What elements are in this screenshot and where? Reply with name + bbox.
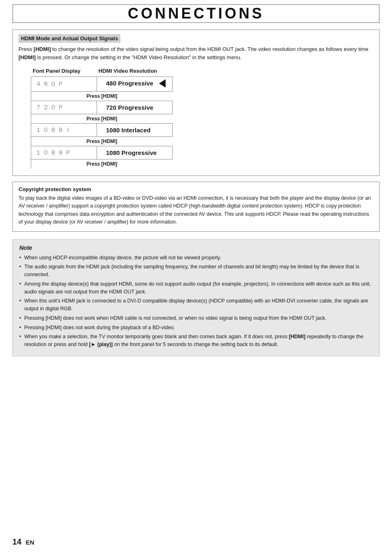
arrow-480p xyxy=(159,79,166,89)
list-item: When using HDCP-incompatible display dev… xyxy=(19,254,373,262)
display-1080p: １０８８Ｐ xyxy=(31,146,97,159)
list-item: Pressing [HDMI] does not work during the… xyxy=(19,324,373,332)
press-row-720p: Press [HDMI] xyxy=(31,114,194,124)
language-label: EN xyxy=(25,539,34,546)
resolution-table: Font Panel Display HDMI Video Resolution… xyxy=(31,67,194,169)
table-row: １０８８Ｐ 1080 Progressive xyxy=(31,146,194,159)
note-title: Note xyxy=(19,245,373,251)
page-title-bar: CONNECTIONS xyxy=(12,4,380,23)
col1-header: Font Panel Display xyxy=(31,67,97,77)
hdmi-description: Press [HDMI] to change the resolution of… xyxy=(18,45,374,61)
list-item: When you make a selection, the TV monito… xyxy=(19,333,373,349)
press-label-480p: Press [HDMI] xyxy=(31,92,173,101)
resolution-table-container: Font Panel Display HDMI Video Resolution… xyxy=(31,67,194,169)
list-item: Pressing [HDMI] does not work when HDMI … xyxy=(19,314,373,322)
press-label-1080p: Press [HDMI] xyxy=(31,159,173,169)
table-row: ４８０Ｐ 480 Progressive xyxy=(31,77,194,92)
press-label-720p: Press [HDMI] xyxy=(31,114,173,124)
copyright-text: To play back the digital video images of… xyxy=(18,194,374,226)
resolution-480p: 480 Progressive xyxy=(97,77,173,92)
page: CONNECTIONS HDMI Mode and Actual Output … xyxy=(0,0,392,554)
hdmi-section-title: HDMI Mode and Actual Output Signals xyxy=(18,34,120,43)
display-480p: ４８０Ｐ xyxy=(31,77,97,92)
page-number: 14 xyxy=(12,537,21,546)
press-row-1080p: Press [HDMI] xyxy=(31,159,194,169)
page-footer: 14 EN xyxy=(12,537,34,547)
table-row: ７２０Ｐ 720 Progressive xyxy=(31,101,194,114)
press-row-1080i: Press [HDMI] xyxy=(31,137,194,146)
copyright-title: Copyright protection system xyxy=(18,186,374,192)
copyright-section: Copyright protection system To play back… xyxy=(12,182,380,232)
resolution-1080i: 1080 Interlaced xyxy=(97,124,173,137)
press-row-480p: Press [HDMI] xyxy=(31,92,194,101)
list-item: The audio signals from the HDMI jack (in… xyxy=(19,263,373,279)
display-1080i: １０８８Ｉ xyxy=(31,124,97,137)
list-item: When this unit’s HDMI jack is connected … xyxy=(19,297,373,313)
display-720p: ７２０Ｐ xyxy=(31,101,97,114)
page-title: CONNECTIONS xyxy=(128,5,264,22)
press-label-1080i: Press [HDMI] xyxy=(31,137,173,146)
hdmi-section: HDMI Mode and Actual Output Signals Pres… xyxy=(12,30,380,176)
note-list: When using HDCP-incompatible display dev… xyxy=(19,254,373,349)
col2-header: HDMI Video Resolution xyxy=(97,67,173,77)
resolution-1080p: 1080 Progressive xyxy=(97,146,173,159)
resolution-720p: 720 Progressive xyxy=(97,101,173,114)
list-item: Among the display device(s) that support… xyxy=(19,280,373,296)
table-row: １０８８Ｉ 1080 Interlaced xyxy=(31,124,194,137)
note-section: Note When using HDCP-incompatible displa… xyxy=(12,239,380,356)
